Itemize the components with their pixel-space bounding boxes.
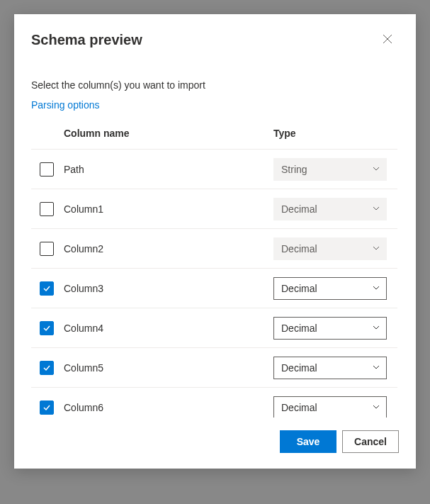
- row-checkbox[interactable]: [40, 202, 54, 216]
- checkbox-cell: [31, 361, 64, 375]
- checkbox-cell: [31, 321, 64, 335]
- table-row: Column1Decimal: [31, 189, 397, 229]
- table-row: PathString: [31, 150, 397, 189]
- table-scroll-region: Column name Type PathStringColumn1Decima…: [14, 118, 410, 418]
- column-table[interactable]: Column name Type PathStringColumn1Decima…: [31, 118, 397, 418]
- column-name-cell: Column2: [64, 243, 273, 254]
- row-checkbox[interactable]: [40, 401, 54, 415]
- table-header-row: Column name Type: [31, 118, 397, 150]
- column-name-cell: Path: [64, 164, 273, 175]
- save-button[interactable]: Save: [280, 430, 336, 453]
- row-checkbox[interactable]: [40, 321, 54, 335]
- column-name-cell: Column1: [64, 203, 273, 215]
- checkbox-cell: [31, 242, 64, 256]
- chevron-down-icon: [372, 243, 380, 254]
- dialog-title: Schema preview: [31, 32, 142, 48]
- type-select: Decimal: [273, 198, 387, 220]
- type-cell: String: [273, 158, 397, 181]
- column-name-cell: Column3: [64, 283, 273, 294]
- row-checkbox[interactable]: [40, 281, 54, 296]
- type-cell: Decimal: [273, 396, 397, 418]
- header-type: Type: [273, 128, 397, 139]
- type-cell: Decimal: [273, 357, 397, 379]
- chevron-down-icon: [372, 402, 380, 413]
- cancel-button[interactable]: Cancel: [342, 430, 399, 453]
- close-icon: [383, 34, 392, 46]
- table-row: Column2Decimal: [31, 229, 397, 269]
- type-select: String: [273, 158, 387, 181]
- checkbox-cell: [31, 281, 64, 296]
- dialog-footer: Save Cancel: [14, 418, 416, 469]
- type-select[interactable]: Decimal: [273, 277, 387, 300]
- table-row: Column5Decimal: [31, 348, 397, 388]
- type-select-value: Decimal: [281, 362, 317, 374]
- table-row: Column6Decimal: [31, 388, 397, 418]
- dialog-header: Schema preview: [14, 14, 416, 51]
- parsing-options-link[interactable]: Parsing options: [14, 91, 416, 111]
- type-select-value: Decimal: [281, 243, 317, 254]
- close-button[interactable]: [376, 28, 399, 51]
- type-select: Decimal: [273, 237, 387, 260]
- type-select-value: Decimal: [281, 283, 317, 294]
- type-select[interactable]: Decimal: [273, 317, 387, 340]
- schema-preview-dialog: Schema preview Select the column(s) you …: [14, 14, 416, 469]
- type-cell: Decimal: [273, 198, 397, 220]
- type-cell: Decimal: [273, 237, 397, 260]
- table-row: Column3Decimal: [31, 269, 397, 308]
- type-select-value: Decimal: [281, 203, 317, 215]
- column-name-cell: Column5: [64, 362, 273, 374]
- type-cell: Decimal: [273, 317, 397, 340]
- row-checkbox[interactable]: [40, 162, 54, 177]
- type-select-value: Decimal: [281, 323, 317, 334]
- checkbox-cell: [31, 401, 64, 415]
- type-cell: Decimal: [273, 277, 397, 300]
- header-column-name: Column name: [64, 128, 273, 139]
- type-select[interactable]: Decimal: [273, 396, 387, 418]
- type-select-value: Decimal: [281, 402, 317, 413]
- checkbox-cell: [31, 202, 64, 216]
- type-select-value: String: [281, 164, 307, 175]
- table-row: Column4Decimal: [31, 308, 397, 348]
- chevron-down-icon: [372, 362, 380, 374]
- chevron-down-icon: [372, 283, 380, 294]
- dialog-subtitle: Select the column(s) you want to import: [14, 51, 416, 91]
- chevron-down-icon: [372, 323, 380, 334]
- column-name-cell: Column4: [64, 323, 273, 334]
- checkbox-cell: [31, 162, 64, 177]
- row-checkbox[interactable]: [40, 242, 54, 256]
- column-name-cell: Column6: [64, 402, 273, 413]
- row-checkbox[interactable]: [40, 361, 54, 375]
- chevron-down-icon: [372, 164, 380, 175]
- chevron-down-icon: [372, 203, 380, 215]
- type-select[interactable]: Decimal: [273, 357, 387, 379]
